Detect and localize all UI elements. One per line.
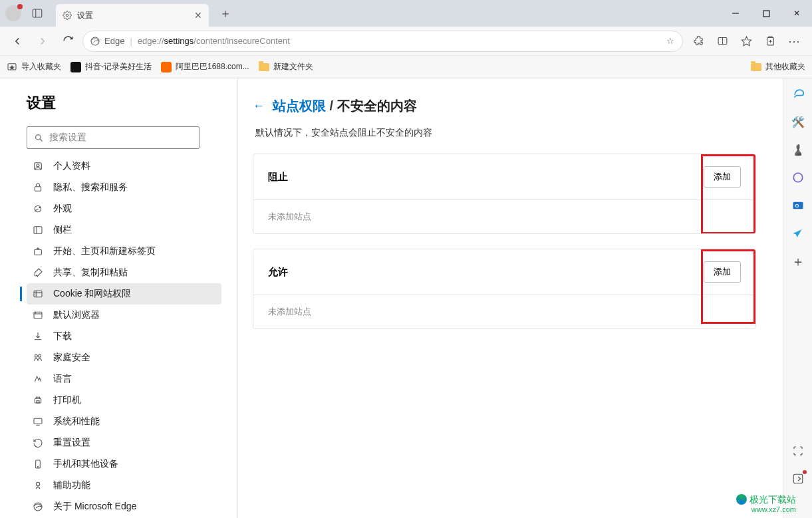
edge-sidebar: 🛠️ ♟️ O ＋ xyxy=(783,78,812,518)
sidebar-item[interactable]: 关于 Microsoft Edge xyxy=(27,496,221,517)
sidebar-item-icon xyxy=(32,394,44,406)
close-tab-icon[interactable]: ✕ xyxy=(194,10,202,21)
svg-rect-19 xyxy=(35,187,41,192)
sidebar-item-label: 共享、复制和粘贴 xyxy=(53,267,128,279)
sidebar-item-label: 手机和其他设备 xyxy=(53,458,118,470)
sidebar-item[interactable]: 外观 xyxy=(27,198,221,219)
block-section-card: 阻止 添加 未添加站点 xyxy=(253,154,756,234)
settings-main: ← 站点权限 / 不安全的内容 默认情况下，安全站点会阻止不安全的内容 阻止 添… xyxy=(238,78,783,518)
sidebar-item[interactable]: 打印机 xyxy=(27,390,221,411)
add-sidebar-app-icon[interactable]: ＋ xyxy=(791,254,805,269)
sidebar-item[interactable]: 隐私、搜索和服务 xyxy=(27,177,221,198)
sidebar-item-label: 下载 xyxy=(53,330,72,342)
sidebar-item[interactable]: 重置设置 xyxy=(27,432,221,453)
refresh-button[interactable] xyxy=(57,31,78,52)
sidebar-item[interactable]: 家庭安全 xyxy=(27,347,221,368)
bookmarks-bar: 导入收藏夹 抖音-记录美好生活 阿里巴巴1688.com... 新建文件夹 其他… xyxy=(0,56,812,78)
back-button[interactable] xyxy=(7,31,28,52)
sidebar-item[interactable]: 语言 xyxy=(27,368,221,390)
sidebar-item-icon xyxy=(32,437,44,449)
watermark: 极光下载站 www.xz7.com xyxy=(736,494,796,514)
add-block-button[interactable]: 添加 xyxy=(704,166,741,188)
svg-text:O: O xyxy=(795,203,799,209)
allow-section-card: 允许 添加 未添加站点 xyxy=(253,249,756,329)
close-window-button[interactable]: ✕ xyxy=(781,0,812,27)
window-titlebar: 设置 ✕ ＋ ✕ xyxy=(0,0,812,27)
address-bar[interactable]: Edge | edge://settings/content/insecureC… xyxy=(82,31,683,52)
sidebar-item[interactable]: 侧栏 xyxy=(27,219,221,241)
svg-rect-33 xyxy=(37,401,39,403)
favorite-star-icon[interactable]: ☆ xyxy=(666,36,674,46)
sidebar-app-icon[interactable] xyxy=(791,170,805,185)
svg-point-18 xyxy=(37,164,39,167)
sidebar-item-icon xyxy=(32,224,44,236)
gear-icon xyxy=(63,11,72,20)
edge-logo-icon xyxy=(90,36,100,47)
back-arrow-icon[interactable]: ← xyxy=(253,99,265,113)
svg-rect-34 xyxy=(34,418,42,424)
folder-icon xyxy=(751,63,761,71)
settings-sidebar: 设置 搜索设置 个人资料隐私、搜索和服务外观侧栏开始、主页和新建标签页共享、复制… xyxy=(0,78,238,518)
maximize-button[interactable] xyxy=(751,0,781,27)
tab-actions-icon[interactable] xyxy=(28,4,47,23)
address-scheme-label: Edge xyxy=(104,36,124,46)
screenshot-icon[interactable] xyxy=(791,444,805,458)
svg-rect-22 xyxy=(34,227,42,234)
svg-point-38 xyxy=(36,482,39,485)
svg-marker-8 xyxy=(742,37,751,45)
sidebar-item[interactable]: 个人资料 xyxy=(27,156,221,177)
sidebar-item-label: 打印机 xyxy=(53,394,81,406)
sidebar-item-label: Cookie 和网站权限 xyxy=(53,288,131,300)
sidebar-item[interactable]: 默认浏览器 xyxy=(27,305,221,326)
folder-icon xyxy=(259,63,269,71)
sidebar-item-icon xyxy=(32,309,44,321)
svg-point-29 xyxy=(35,313,36,313)
sidebar-item-icon xyxy=(32,160,44,172)
url-text: edge://settings/content/insecureContent xyxy=(138,36,290,46)
sidebar-item[interactable]: 手机和其他设备 xyxy=(27,453,221,475)
sidebar-item[interactable]: Cookie 和网站权限 xyxy=(27,283,221,305)
minimize-button[interactable] xyxy=(720,0,751,27)
search-settings-input[interactable]: 搜索设置 xyxy=(27,126,200,149)
sidebar-item-icon xyxy=(32,203,44,215)
svg-marker-14 xyxy=(9,65,15,69)
sidebar-item[interactable]: 开始、主页和新建标签页 xyxy=(27,241,221,262)
block-section-title: 阻止 xyxy=(268,171,288,184)
menu-icon[interactable]: ⋯ xyxy=(783,31,805,52)
sidebar-item-label: 辅助功能 xyxy=(53,479,90,491)
outlook-icon[interactable]: O xyxy=(791,198,805,213)
sidebar-app-icon[interactable]: ♟️ xyxy=(791,142,805,157)
sidebar-item[interactable]: 共享、复制和粘贴 xyxy=(27,262,221,283)
bookmark-item[interactable]: 抖音-记录美好生活 xyxy=(70,61,152,72)
sidebar-app-icon[interactable] xyxy=(791,226,805,241)
extensions-icon[interactable] xyxy=(687,31,710,52)
collections-icon[interactable] xyxy=(759,31,781,52)
split-screen-icon[interactable] xyxy=(711,31,734,52)
sidebar-item-icon xyxy=(32,245,44,257)
breadcrumb-parent[interactable]: 站点权限 xyxy=(273,98,326,113)
sidebar-item[interactable]: 辅助功能 xyxy=(27,475,221,496)
svg-rect-4 xyxy=(763,11,769,17)
sidebar-item-label: 家庭安全 xyxy=(53,352,90,364)
browser-tab[interactable]: 设置 ✕ xyxy=(56,4,209,27)
sidebar-item-label: 默认浏览器 xyxy=(53,309,100,321)
import-favorites-button[interactable]: 导入收藏夹 xyxy=(7,61,61,72)
profile-icon[interactable] xyxy=(5,5,21,21)
sidebar-item[interactable]: 系统和性能 xyxy=(27,411,221,432)
bookmark-item[interactable]: 阿里巴巴1688.com... xyxy=(161,61,249,72)
sidebar-item[interactable]: 下载 xyxy=(27,326,221,347)
svg-rect-28 xyxy=(34,312,42,318)
svg-point-21 xyxy=(39,207,40,207)
sidebar-item-icon xyxy=(32,501,44,513)
add-allow-button[interactable]: 添加 xyxy=(704,261,741,283)
svg-point-30 xyxy=(35,354,37,357)
bookmark-favicon xyxy=(161,62,172,72)
favorites-icon[interactable] xyxy=(735,31,757,52)
sidebar-app-icon[interactable]: 🛠️ xyxy=(791,114,805,129)
bookmark-item[interactable]: 新建文件夹 xyxy=(259,61,313,72)
other-favorites-button[interactable]: 其他收藏夹 xyxy=(751,61,805,72)
sidebar-item-icon xyxy=(32,267,44,279)
new-tab-button[interactable]: ＋ xyxy=(215,3,235,23)
copilot-icon[interactable] xyxy=(791,86,805,101)
sidebar-settings-icon[interactable] xyxy=(791,471,805,486)
